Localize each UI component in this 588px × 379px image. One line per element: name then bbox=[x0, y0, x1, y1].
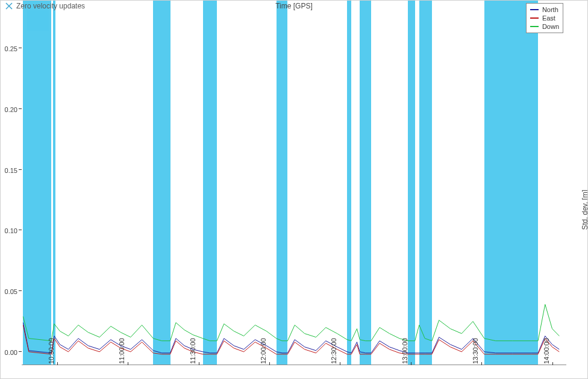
plot-area[interactable] bbox=[22, 1, 566, 365]
y-tick-label: 0.20 bbox=[5, 106, 17, 113]
legend: NorthEastDown bbox=[526, 3, 563, 33]
legend-swatch bbox=[530, 9, 539, 10]
x-axis-title: Time [GPS] bbox=[275, 2, 313, 10]
chart-panel: Zero velocity updates Time [GPS] Std. de… bbox=[0, 0, 588, 379]
y-tick-label: 0.00 bbox=[5, 349, 17, 356]
panel-header: Zero velocity updates bbox=[5, 2, 85, 10]
series-down bbox=[23, 304, 559, 341]
y-axis-title: Std. dev. [m] bbox=[581, 190, 588, 230]
legend-swatch bbox=[530, 17, 539, 19]
y-axis: 0.000.050.100.150.200.25 bbox=[1, 1, 22, 365]
legend-item[interactable]: East bbox=[530, 14, 559, 22]
panel-title: Zero velocity updates bbox=[16, 2, 85, 10]
y-tick-label: 0.10 bbox=[5, 227, 17, 234]
y-tick-mark bbox=[19, 290, 22, 291]
y-tick-mark bbox=[19, 108, 22, 109]
legend-label: Down bbox=[542, 22, 559, 31]
y-tick-label: 0.15 bbox=[5, 167, 17, 174]
series-east bbox=[23, 325, 559, 354]
y-tick-mark bbox=[19, 230, 22, 230]
legend-item[interactable]: North bbox=[530, 5, 559, 14]
y-tick-mark bbox=[19, 48, 22, 48]
close-icon[interactable] bbox=[5, 2, 13, 10]
legend-label: East bbox=[542, 14, 555, 22]
y-tick-mark bbox=[19, 169, 22, 170]
y-tick-mark bbox=[19, 351, 22, 352]
series-lines bbox=[22, 1, 566, 365]
y-tick-label: 0.25 bbox=[5, 45, 17, 52]
legend-swatch bbox=[530, 26, 539, 27]
y-tick-label: 0.05 bbox=[5, 288, 17, 295]
legend-label: North bbox=[542, 5, 558, 14]
legend-item[interactable]: Down bbox=[530, 22, 559, 31]
